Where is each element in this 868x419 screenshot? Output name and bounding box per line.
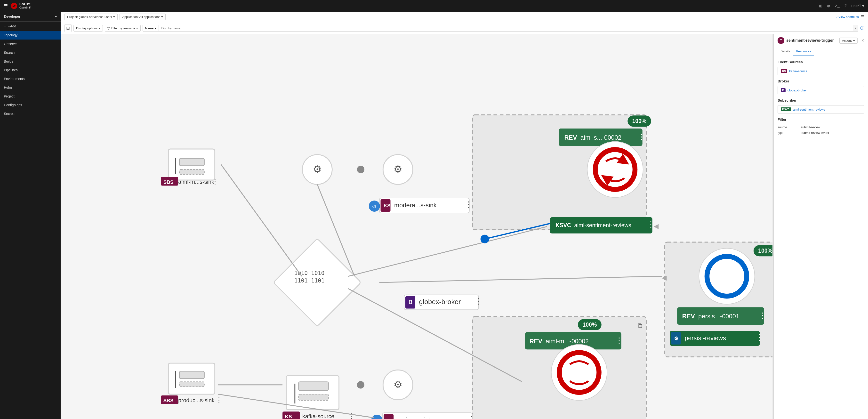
question-icon: ? <box>836 15 837 19</box>
svg-text:KS: KS <box>383 203 390 208</box>
developer-switcher[interactable]: Developer ▾ <box>0 12 61 22</box>
project-label: Project: globex-serverless-user1 <box>67 15 112 19</box>
hamburger-menu[interactable]: ☰ <box>4 3 8 8</box>
filter-key-type: type <box>778 131 797 134</box>
svg-text:REV: REV <box>682 313 695 320</box>
topology-canvas[interactable]: ⧉ 100% REV aiml-s...-00002 ⋮ <box>61 34 772 419</box>
sidebar-item-add[interactable]: + +Add <box>0 22 61 31</box>
svg-text:⚙: ⚙ <box>313 164 322 175</box>
user-menu[interactable]: user1 ▾ <box>851 4 864 8</box>
sidebar-item-builds[interactable]: Builds <box>0 57 61 66</box>
actions-button[interactable]: Actions ▾ <box>839 37 858 43</box>
subscriber-link[interactable]: aiml-sentiment-reviews <box>793 108 825 111</box>
broker-title: Broker <box>778 79 864 83</box>
sidebar-label-pipelines: Pipelines <box>4 68 18 72</box>
sidebar-item-search[interactable]: Search <box>0 48 61 57</box>
sidebar-item-helm[interactable]: Helm <box>0 83 61 92</box>
svg-text:SBS: SBS <box>163 179 174 185</box>
svg-text:globex-broker: globex-broker <box>419 298 461 305</box>
svg-text:↺: ↺ <box>372 204 376 210</box>
sidebar-label-configmaps: ConfigMaps <box>4 103 22 107</box>
tab-resources[interactable]: Resources <box>793 47 814 56</box>
kafka-source-link[interactable]: kafka-source <box>789 69 807 73</box>
filter-row-source: source submit-review <box>778 124 864 130</box>
broker-link[interactable]: globex-broker <box>787 89 807 92</box>
chevron-down-icon: ▾ <box>136 26 138 30</box>
svg-text:⋮: ⋮ <box>474 297 482 306</box>
topology-svg: ⧉ 100% REV aiml-s...-00002 ⋮ <box>61 34 772 419</box>
svg-text:KSVC: KSVC <box>555 222 571 229</box>
svg-text:produc...s-sink: produc...s-sink <box>178 397 215 403</box>
sidebar-label-secrets: Secrets <box>4 112 15 116</box>
svg-text:aiml-sentiment-reviews: aiml-sentiment-reviews <box>574 222 631 229</box>
sidebar-label-builds: Builds <box>4 59 13 63</box>
svg-text:⋮: ⋮ <box>615 336 623 345</box>
sidebar-item-pipelines[interactable]: Pipelines <box>0 66 61 74</box>
tab-details[interactable]: Details <box>778 47 793 56</box>
filter-by-resource-button[interactable]: ▽ Filter by resource ▾ <box>105 25 141 32</box>
svg-text:1101 1101: 1101 1101 <box>294 277 324 284</box>
panel-resource-name: sentiment-reviews-trigger <box>786 38 834 43</box>
sidebar-item-environments[interactable]: Environments <box>0 74 61 83</box>
help-icon[interactable]: ? <box>844 4 847 8</box>
svg-text:reviews-sink: reviews-sink <box>397 417 432 419</box>
svg-point-111 <box>480 235 489 243</box>
info-icon[interactable]: ⓘ <box>860 26 864 31</box>
list-view-button[interactable]: ☰ <box>861 14 864 19</box>
svg-text:SBS: SBS <box>163 398 174 403</box>
sidebar-item-project[interactable]: Project <box>0 92 61 101</box>
topology-area: ⧉ 100% REV aiml-s...-00002 ⋮ <box>61 34 868 419</box>
svg-text:REV: REV <box>564 134 577 141</box>
topology-view-icon[interactable]: ⊞ <box>64 24 71 32</box>
filter-name-dropdown[interactable]: Name ▾ <box>143 25 159 31</box>
display-options-label: Display options <box>76 26 97 30</box>
sidebar-item-configmaps[interactable]: ConfigMaps <box>0 101 61 109</box>
svg-rect-71 <box>286 376 339 410</box>
svg-text:⋮: ⋮ <box>464 200 472 209</box>
sidebar-item-secrets[interactable]: Secrets <box>0 109 61 118</box>
svg-text:REV: REV <box>530 338 542 345</box>
terminal-icon[interactable]: >_ <box>835 4 839 8</box>
view-shortcuts-link[interactable]: ? View shortcuts <box>836 15 859 19</box>
svg-text:aiml-m...-00002: aiml-m...-00002 <box>546 338 589 345</box>
toolbar-right: ? View shortcuts ☰ <box>836 14 864 19</box>
svg-text:KS: KS <box>285 414 292 419</box>
search-input[interactable] <box>159 25 853 31</box>
apps-icon[interactable]: ⊞ <box>819 4 822 8</box>
sidebar-label-observe: Observe <box>4 42 17 46</box>
close-button[interactable]: × <box>862 38 864 43</box>
svg-text:KS: KS <box>387 418 394 419</box>
panel-header: T sentiment-reviews-trigger Actions ▾ × <box>774 34 868 47</box>
chevron-down-icon: ▾ <box>161 15 163 19</box>
redhat-logo <box>11 2 18 9</box>
svg-text:⋮: ⋮ <box>647 220 655 229</box>
sidebar-label-environments: Environments <box>4 77 25 81</box>
filter-section: source submit-review type submit-review-… <box>778 124 864 136</box>
event-sources-title: Event Sources <box>778 60 864 64</box>
svg-text:persis...-00001: persis...-00001 <box>698 313 739 320</box>
name-filter-label: Name <box>145 26 154 30</box>
svg-rect-82 <box>179 382 204 387</box>
svg-text:kafka-source: kafka-source <box>302 413 334 419</box>
svg-text:⚙: ⚙ <box>394 164 402 175</box>
toolbar-row2: ⊞ Display options ▾ ▽ Filter by resource… <box>61 22 868 34</box>
toolbar-row1: Project: globex-serverless-user1 ▾ Appli… <box>61 12 868 22</box>
sidebar-label-topology: Topology <box>4 33 18 37</box>
svg-rect-73 <box>299 382 329 390</box>
name-filter-bar: Name ▾ / <box>143 25 858 32</box>
project-selector[interactable]: Project: globex-serverless-user1 ▾ <box>64 13 118 20</box>
svg-text:1010 1010: 1010 1010 <box>294 270 324 276</box>
display-options-button[interactable]: Display options ▾ <box>73 25 103 32</box>
sidebar-item-topology[interactable]: Topology <box>0 31 61 39</box>
svg-text:modera...s-sink: modera...s-sink <box>394 202 437 209</box>
trigger-badge: T <box>778 37 784 44</box>
svg-text:⋮: ⋮ <box>212 178 218 185</box>
plus-icon[interactable]: ⊕ <box>827 4 830 8</box>
main-content: Project: globex-serverless-user1 ▾ Appli… <box>61 12 868 419</box>
filter-title: Filter <box>778 117 864 121</box>
sidebar-item-observe[interactable]: Observe <box>0 39 61 48</box>
application-selector[interactable]: Application: All applications ▾ <box>120 13 165 20</box>
svg-text:↺: ↺ <box>375 418 379 419</box>
subscriber-title: Subscriber <box>778 98 864 102</box>
svg-point-101 <box>357 166 364 173</box>
